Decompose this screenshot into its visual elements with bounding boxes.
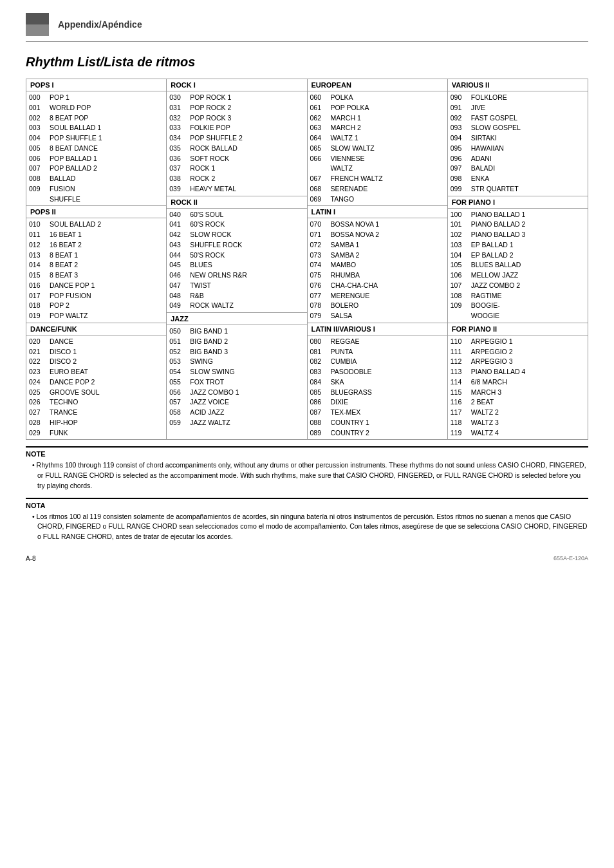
rhythm-name: JAZZ COMBO 1 — [190, 388, 239, 398]
rhythm-number: 035 — [169, 144, 186, 154]
section-header-0-1: POPS II — [26, 206, 166, 218]
rhythm-item: 084SKA — [310, 377, 445, 388]
rhythm-name: ARPEGGIO 3 — [471, 357, 513, 367]
rhythm-number: 049 — [169, 301, 186, 311]
rhythm-number: 077 — [310, 291, 327, 301]
rhythm-name: POP 1 — [50, 93, 70, 103]
rhythm-number: 019 — [29, 311, 46, 321]
rhythm-number: 051 — [169, 337, 186, 347]
rhythm-item: 0148 BEAT 2 — [29, 260, 163, 270]
rhythm-name: TEX-MEX — [331, 408, 361, 418]
rhythm-number: 048 — [169, 291, 186, 301]
rhythm-item: 071BOSSA NOVA 2 — [310, 230, 445, 240]
rhythm-name: SKA — [331, 377, 344, 388]
rhythm-item: 092FAST GOSPEL — [451, 113, 585, 124]
rhythm-name: 60'S ROCK — [190, 220, 225, 230]
rhythm-name: PIANO BALLAD 1 — [471, 210, 526, 220]
rhythm-name: STR QUARTET — [471, 184, 519, 194]
rhythm-name: WALTZ — [331, 164, 353, 174]
rhythm-number: 001 — [29, 103, 46, 113]
rhythm-item: 103EP BALLAD 1 — [451, 240, 585, 250]
rhythm-name: MARCH 2 — [331, 123, 361, 133]
rhythm-name: POP SHUFFLE 1 — [50, 133, 102, 144]
section-header-2-2: LATIN II/VARIOUS I — [308, 323, 447, 335]
rhythm-number: 114 — [451, 377, 467, 388]
note-es-section: NOTA • Los ritmos 100 al 119 consisten s… — [26, 498, 588, 542]
rhythm-number: 044 — [169, 250, 186, 261]
rhythm-item: 001WORLD POP — [29, 103, 163, 113]
rhythm-item: 023EURO BEAT — [29, 367, 163, 377]
rhythm-name: SOUL BALLAD 1 — [50, 123, 101, 133]
rhythm-name: 16 BEAT 2 — [50, 240, 82, 250]
rhythm-name: SLOW ROCK — [190, 230, 231, 240]
rhythm-item: 072SAMBA 1 — [310, 240, 445, 250]
rhythm-number: 101 — [451, 220, 467, 230]
rhythm-item: 101PIANO BALLAD 2 — [451, 220, 585, 230]
rhythm-name: SOUL BALLAD 2 — [50, 220, 101, 230]
rhythm-item: 032POP ROCK 3 — [169, 113, 304, 124]
rhythm-name: SIRTAKI — [471, 133, 497, 144]
rhythm-number: 082 — [310, 357, 327, 367]
rhythm-number: 021 — [29, 347, 46, 357]
rhythm-name: POP FUSION — [50, 291, 91, 301]
rhythm-number: 112 — [451, 357, 467, 367]
rhythm-number — [29, 194, 46, 205]
rhythm-name: HEAVY METAL — [190, 184, 236, 194]
rhythm-number: 025 — [29, 388, 46, 398]
rhythm-item: 035ROCK BALLAD — [169, 144, 304, 154]
rhythm-number: 045 — [169, 260, 186, 270]
rhythm-number: 104 — [451, 250, 467, 261]
rhythm-name: BIG BAND 3 — [190, 347, 228, 357]
rhythm-name: 50'S ROCK — [190, 250, 225, 261]
rhythm-item: 060POLKA — [310, 93, 445, 103]
rhythm-number: 028 — [29, 418, 46, 428]
section-header-3-1: FOR PIANO I — [448, 196, 588, 209]
rhythm-name: POP ROCK 2 — [190, 103, 231, 113]
rhythm-number: 062 — [310, 113, 327, 124]
section-header-0-2: DANCE/FUNK — [26, 323, 166, 335]
rhythm-number: 043 — [169, 240, 186, 250]
rhythm-item: 038ROCK 2 — [169, 174, 304, 184]
rhythm-number: 039 — [169, 184, 186, 194]
rhythm-item: 118WALTZ 3 — [451, 418, 585, 428]
rhythm-item: 089COUNTRY 2 — [310, 428, 445, 439]
rhythm-item: 082CUMBIA — [310, 357, 445, 367]
rhythm-name: RAGTIME — [471, 291, 502, 301]
rhythm-number: 084 — [310, 377, 327, 388]
rhythm-number: 004 — [29, 133, 46, 144]
rhythm-number: 027 — [29, 408, 46, 418]
rhythm-number: 053 — [169, 357, 186, 367]
rhythm-name: WALTZ 1 — [331, 133, 358, 144]
rhythm-item: 061POP POLKA — [310, 103, 445, 113]
rhythm-item: 090FOLKLORE — [451, 93, 585, 103]
rhythm-item: 0138 BEAT 1 — [29, 250, 163, 261]
rhythm-item: 051BIG BAND 2 — [169, 337, 304, 347]
rhythm-number: 052 — [169, 347, 186, 357]
rhythm-name: WOOGIE — [471, 311, 499, 321]
rhythm-number: 047 — [169, 281, 186, 291]
rhythm-name: ROCK BALLAD — [190, 144, 237, 154]
note-es-text: • Los ritmos 100 al 119 consisten solame… — [31, 512, 588, 542]
rhythm-name: PIANO BALLAD 2 — [471, 220, 526, 230]
rhythm-name: HAWAIIAN — [471, 144, 504, 154]
rhythm-name: DIXIE — [331, 397, 348, 408]
section-header-1-1: ROCK II — [167, 196, 306, 209]
rhythm-name: SAMBA 1 — [331, 240, 360, 250]
rhythm-name: ARPEGGIO 2 — [471, 347, 513, 357]
rhythm-name: SHUFFLE ROCK — [190, 240, 242, 250]
rhythm-number: 088 — [310, 418, 327, 428]
rhythm-name: SWING — [190, 357, 213, 367]
rhythm-number: 055 — [169, 377, 186, 388]
rhythm-item: 037ROCK 1 — [169, 164, 304, 174]
rhythm-number: 083 — [310, 367, 327, 377]
rhythm-name: BALLAD — [50, 174, 75, 184]
rhythm-name: 8 BEAT DANCE — [50, 144, 98, 154]
rhythm-number: 087 — [310, 408, 327, 418]
rhythm-number: 094 — [451, 133, 467, 144]
rhythm-number: 070 — [310, 220, 327, 230]
rhythm-item: 043SHUFFLE ROCK — [169, 240, 304, 250]
rhythm-name: WORLD POP — [50, 103, 91, 113]
rhythm-name: PUNTA — [331, 347, 353, 357]
rhythm-number: 113 — [451, 367, 467, 377]
rhythm-item: 110ARPEGGIO 1 — [451, 337, 585, 347]
